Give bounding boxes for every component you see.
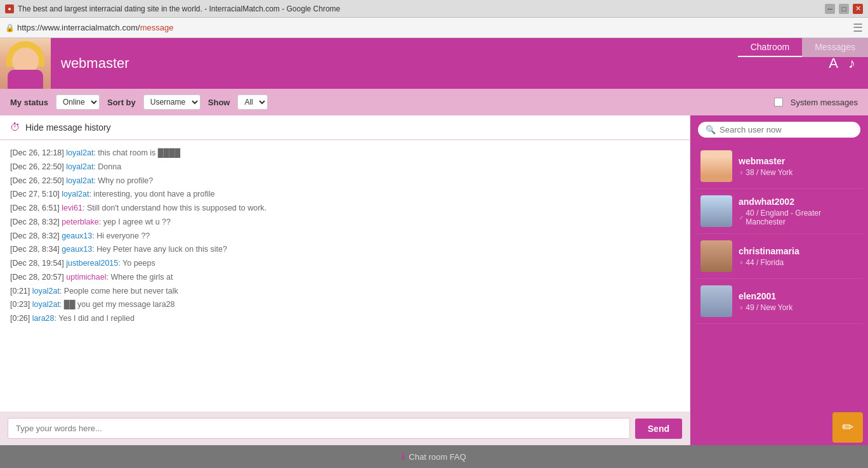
chat-input[interactable] — [8, 418, 630, 439]
message-timestamp: [Dec 26, 22:50] — [10, 176, 64, 185]
message-username[interactable]: loyal2at — [62, 190, 89, 198]
send-button[interactable]: Send — [635, 419, 682, 439]
system-messages-checkbox[interactable] — [774, 98, 783, 107]
user-avatar — [700, 285, 732, 317]
user-details: ♂ 40 / England - Greater Manchester — [739, 209, 858, 226]
maximize-button[interactable]: □ — [839, 4, 849, 14]
avatar-image — [0, 38, 51, 89]
chat-message: [Dec 28, 20:57] uptimichael: Where the g… — [10, 271, 680, 283]
gender-icon: ♀ — [739, 169, 744, 176]
compose-button[interactable]: ✏ — [832, 412, 863, 443]
message-timestamp: [Dec 26, 12:18] — [10, 148, 64, 157]
user-age-location: 44 / Florida — [746, 258, 784, 267]
message-username[interactable]: loyal2at — [66, 148, 93, 157]
sort-by-select[interactable]: Username — [143, 94, 201, 110]
user-details: ♀ 44 / Florida — [739, 258, 858, 267]
sort-by-label: Sort by — [107, 98, 136, 107]
my-status-select[interactable]: Online — [56, 94, 100, 110]
hide-history-label[interactable]: Hide message history — [25, 122, 111, 133]
toolbar: My status Online Sort by Username Show A… — [0, 89, 868, 115]
minimize-button[interactable]: ─ — [825, 4, 835, 14]
sidebar-user-item[interactable]: elen2001 ♀ 49 / New York — [695, 279, 863, 324]
chat-message: [Dec 28, 8:34] geaux13: Hey Peter have a… — [10, 244, 680, 256]
message-timestamp: [0:26] — [10, 314, 30, 323]
message-timestamp: [Dec 28, 8:32] — [10, 231, 60, 240]
message-body: Why no profile? — [96, 176, 153, 185]
user-info: elen2001 ♀ 49 / New York — [739, 291, 858, 312]
user-details: ♀ 38 / New York — [739, 168, 858, 177]
sidebar-user-item[interactable]: webmaster ♀ 38 / New York — [695, 144, 863, 189]
chat-message: [Dec 26, 12:18] loyal2at: this chat room… — [10, 147, 680, 159]
chat-messages[interactable]: [Dec 26, 12:18] loyal2at: this chat room… — [0, 140, 690, 412]
message-timestamp: [Dec 28, 8:32] — [10, 218, 60, 226]
user-info: christinamaria ♀ 44 / Florida — [739, 246, 858, 267]
message-username[interactable]: geaux13 — [62, 231, 92, 240]
sidebar-user-item[interactable]: christinamaria ♀ 44 / Florida — [695, 234, 863, 279]
my-status-label: My status — [10, 98, 48, 107]
chat-message: [Dec 27, 5:10] loyal2at: interesting, yo… — [10, 188, 680, 200]
sidebar-users: webmaster ♀ 38 / New York andwhat2002 ♂ … — [690, 144, 868, 445]
message-timestamp: [0:23] — [10, 300, 30, 309]
message-username[interactable]: loyal2at — [32, 300, 60, 309]
message-body: Yes I did and I replied — [56, 314, 135, 323]
browser-menu-icon[interactable]: ☰ — [853, 21, 863, 35]
header-avatar — [0, 38, 51, 89]
browser-titlebar: ● The best and largest interracial datin… — [0, 0, 868, 18]
message-timestamp: [Dec 27, 5:10] — [10, 190, 60, 198]
main-area: ⏱ Hide message history [Dec 26, 12:18] l… — [0, 115, 868, 445]
search-input[interactable] — [720, 125, 853, 134]
avatar-img — [700, 195, 732, 227]
avatar-img — [700, 240, 732, 272]
message-timestamp: [Dec 28, 8:34] — [10, 245, 60, 254]
user-info: webmaster ♀ 38 / New York — [739, 156, 858, 177]
url-path: message — [140, 23, 174, 32]
sidebar-search: 🔍 — [690, 115, 868, 144]
user-name: christinamaria — [739, 246, 858, 256]
message-username[interactable]: loyal2at — [32, 287, 60, 296]
url-display[interactable]: https://www.interracialmatch.com/message — [17, 23, 173, 32]
show-label: Show — [208, 98, 230, 107]
music-icon[interactable]: ♪ — [848, 55, 855, 72]
message-username[interactable]: peterblake — [62, 218, 98, 226]
user-info: andwhat2002 ♂ 40 / England - Greater Man… — [739, 197, 858, 226]
message-body: People come here but never talk — [62, 287, 178, 296]
user-name: webmaster — [739, 156, 858, 166]
message-username[interactable]: levi61 — [62, 204, 82, 212]
message-body: Hey Peter have any luck on this site? — [95, 245, 227, 254]
message-body: Yo peeps — [121, 259, 155, 268]
app-footer: ℹ Chat room FAQ — [0, 445, 868, 468]
favicon-icon: ● — [5, 4, 14, 13]
message-username[interactable]: geaux13 — [62, 245, 92, 254]
user-avatar — [700, 240, 732, 272]
font-size-icon[interactable]: A — [829, 55, 838, 72]
avatar-img — [700, 150, 732, 182]
user-avatar — [700, 150, 732, 182]
tab-messages[interactable]: Messages — [802, 38, 868, 57]
show-select[interactable]: All — [237, 94, 268, 110]
message-username[interactable]: loyal2at — [66, 162, 93, 171]
message-username[interactable]: uptimichael — [66, 273, 106, 282]
lock-icon: 🔒 — [5, 23, 15, 32]
user-age-location: 38 / New York — [746, 168, 792, 177]
chat-history-header: ⏱ Hide message history — [0, 115, 690, 140]
clock-icon: ⏱ — [10, 122, 20, 133]
sidebar-user-item[interactable]: andwhat2002 ♂ 40 / England - Greater Man… — [695, 189, 863, 234]
message-timestamp: [Dec 28, 20:57] — [10, 273, 64, 282]
tab-chatroom[interactable]: Chatroom — [738, 38, 802, 57]
user-avatar — [700, 195, 732, 227]
close-button[interactable]: ✕ — [853, 4, 863, 14]
sidebar: 🔍 webmaster ♀ 38 / New York andwhat2002 … — [690, 115, 868, 445]
chat-message: [Dec 26, 22:50] loyal2at: Why no profile… — [10, 175, 680, 187]
faq-label[interactable]: Chat room FAQ — [409, 452, 466, 462]
gender-icon: ♂ — [739, 214, 744, 221]
message-body: interesting, you dont have a profile — [91, 190, 215, 198]
message-username[interactable]: lara28 — [32, 314, 55, 323]
message-body: yep I agree wt u ?? — [101, 218, 171, 226]
window-controls[interactable]: ─ □ ✕ — [825, 4, 863, 14]
message-username[interactable]: loyal2at — [66, 176, 93, 185]
search-wrapper: 🔍 — [698, 122, 860, 138]
message-body: this chat room is ████ — [96, 148, 180, 157]
message-body: Hi everyone ?? — [95, 231, 150, 240]
message-username[interactable]: justbereal2015 — [66, 259, 118, 268]
gender-icon: ♀ — [739, 304, 744, 311]
